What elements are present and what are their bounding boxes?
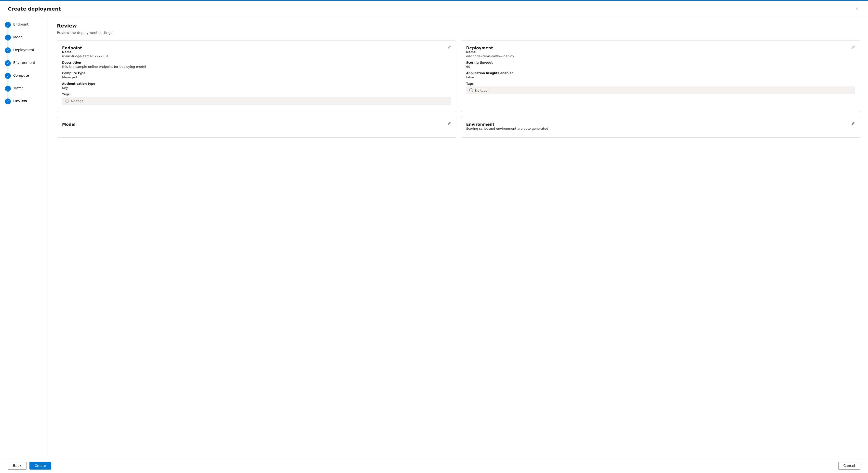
deployment-tags-label: Tags — [466, 82, 855, 86]
step-compute: ✓ Compute — [5, 73, 49, 86]
step-circle-environment: ✓ — [5, 60, 11, 66]
dialog-body: ✓ Endpoint ✓ Model — [0, 16, 868, 458]
endpoint-auth-label: Authentication type — [62, 82, 451, 86]
step-connector-compute: ✓ — [5, 73, 11, 86]
endpoint-tags-field: Tags i No tags — [62, 93, 451, 105]
endpoint-compute-label: Compute type — [62, 71, 451, 75]
step-circle-compute: ✓ — [5, 73, 11, 79]
step-deployment: ✓ Deployment — [5, 48, 49, 60]
step-line-environment — [8, 66, 8, 73]
step-label-traffic: Traffic — [13, 86, 24, 90]
environment-description-field: Scoring script and environment are auto … — [466, 127, 855, 130]
step-label-environment: Environment — [13, 60, 35, 65]
step-label-deployment: Deployment — [13, 48, 34, 52]
step-review: ✓ Review — [5, 98, 49, 105]
back-button[interactable]: Back — [8, 462, 27, 470]
endpoint-compute-value: Managed — [62, 76, 451, 79]
endpoint-auth-value: Key — [62, 86, 451, 90]
step-environment: ✓ Environment — [5, 60, 49, 73]
step-circle-deployment: ✓ — [5, 48, 11, 53]
step-connector-model: ✓ — [5, 35, 11, 48]
step-connector-environment: ✓ — [5, 60, 11, 73]
environment-card: Environment Scoring script and environme… — [461, 117, 860, 138]
step-circle-review: ✓ — [5, 98, 11, 105]
deployment-tags-box: i No tags — [466, 86, 855, 94]
step-circle-traffic: ✓ — [5, 86, 11, 92]
endpoint-description-value: this is a sample online endpoint for dep… — [62, 65, 451, 68]
endpoint-description-field: Description this is a sample online endp… — [62, 61, 451, 68]
deployment-tags-field: Tags i No tags — [466, 82, 855, 94]
create-button[interactable]: Create — [29, 462, 51, 470]
deployment-insights-value: false — [466, 76, 855, 79]
endpoint-tags-empty: No tags — [71, 99, 83, 103]
step-connector-review: ✓ — [5, 98, 11, 105]
step-traffic: ✓ Traffic — [5, 86, 49, 98]
step-label-endpoint: Endpoint — [13, 22, 28, 26]
step-line-compute — [8, 79, 8, 86]
deployment-tags-empty: No tags — [475, 89, 487, 92]
dialog-footer: Back Create Cancel — [0, 458, 868, 473]
info-icon-endpoint: i — [65, 99, 69, 103]
model-card: Model — [57, 117, 456, 138]
sidebar: ✓ Endpoint ✓ Model — [0, 16, 49, 458]
deployment-scoring-field: Scoring timeout 60 — [466, 61, 855, 68]
step-line-endpoint — [8, 28, 8, 35]
endpoint-name-label: Name — [62, 50, 451, 54]
step-endpoint: ✓ Endpoint — [5, 22, 49, 35]
step-line-model — [8, 40, 8, 48]
endpoint-description-label: Description — [62, 61, 451, 64]
environment-description-value: Scoring script and environment are auto … — [466, 127, 855, 130]
info-icon-deployment: i — [469, 88, 473, 92]
deployment-card: Deployment Name od-fridge-items-mlflow-d… — [461, 40, 860, 112]
step-label-model: Model — [13, 35, 24, 39]
step-connector-traffic: ✓ — [5, 86, 11, 98]
deployment-scoring-value: 60 — [466, 65, 855, 68]
cancel-button[interactable]: Cancel — [838, 462, 860, 470]
step-model: ✓ Model — [5, 35, 49, 48]
deployment-insights-label: Application Insights enabled — [466, 71, 855, 75]
step-circle-endpoint: ✓ — [5, 22, 11, 28]
step-line-traffic — [8, 92, 8, 98]
deployment-edit-button[interactable] — [850, 45, 856, 51]
deployment-card-title: Deployment — [466, 46, 493, 50]
deployment-insights-field: Application Insights enabled false — [466, 71, 855, 79]
endpoint-tags-label: Tags — [62, 93, 451, 96]
deployment-name-field: Name od-fridge-items-mlflow-deploy — [466, 50, 855, 58]
cards-grid: Endpoint Name ic-mc-fridge-items-0727203… — [57, 40, 860, 138]
endpoint-tags-box: i No tags — [62, 97, 451, 105]
endpoint-card: Endpoint Name ic-mc-fridge-items-0727203… — [57, 40, 456, 112]
dialog-header: Create deployment × — [0, 1, 868, 16]
endpoint-name-value: ic-mc-fridge-items-07272031 — [62, 54, 451, 58]
endpoint-edit-button[interactable] — [446, 45, 452, 51]
model-card-title: Model — [62, 122, 75, 127]
environment-edit-button[interactable] — [850, 121, 856, 127]
close-button[interactable]: × — [854, 5, 860, 12]
endpoint-card-title: Endpoint — [62, 46, 82, 50]
review-subtitle: Review the deployment settings — [57, 31, 860, 35]
deployment-name-value: od-fridge-items-mlflow-deploy — [466, 54, 855, 58]
dialog-title: Create deployment — [8, 6, 61, 12]
create-deployment-dialog: Create deployment × ✓ Endpoint — [0, 0, 868, 473]
environment-card-title: Environment — [466, 122, 495, 127]
deployment-scoring-label: Scoring timeout — [466, 61, 855, 64]
main-content: Review Review the deployment settings En… — [49, 16, 868, 458]
model-edit-button[interactable] — [446, 121, 452, 127]
step-label-compute: Compute — [13, 73, 29, 77]
footer-left-actions: Back Create — [8, 462, 51, 470]
step-label-review: Review — [13, 98, 27, 103]
endpoint-auth-field: Authentication type Key — [62, 82, 451, 90]
step-connector-endpoint: ✓ — [5, 22, 11, 35]
endpoint-compute-field: Compute type Managed — [62, 71, 451, 79]
step-line-deployment — [8, 53, 8, 60]
step-circle-model: ✓ — [5, 35, 11, 40]
deployment-name-label: Name — [466, 50, 855, 54]
endpoint-name-field: Name ic-mc-fridge-items-07272031 — [62, 50, 451, 58]
step-connector-deployment: ✓ — [5, 48, 11, 60]
review-title: Review — [57, 23, 860, 29]
